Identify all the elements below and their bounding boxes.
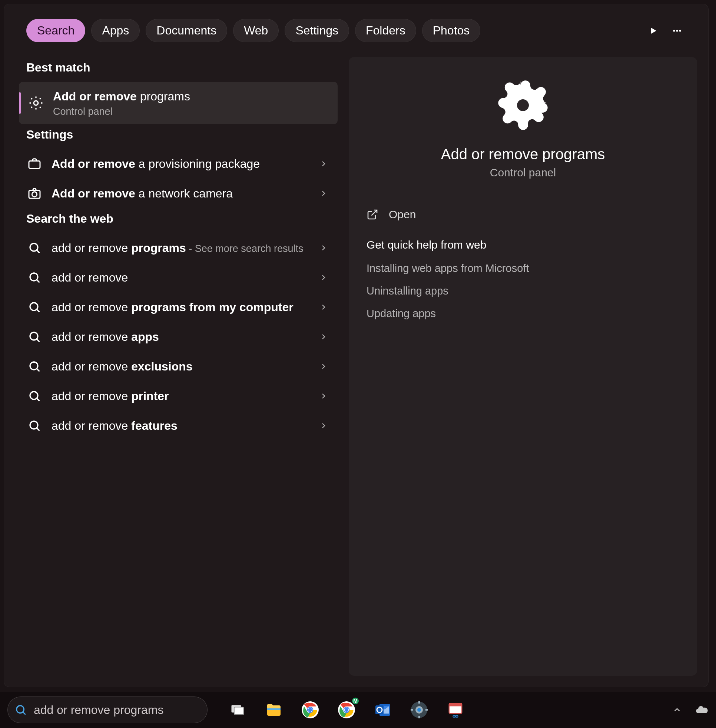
onedrive-icon[interactable]	[695, 703, 708, 717]
search-icon	[26, 299, 42, 315]
filter-tab-folders[interactable]: Folders	[355, 19, 416, 42]
svg-point-0	[673, 30, 675, 32]
snipping-tool-icon[interactable]	[445, 699, 466, 720]
svg-point-11	[30, 362, 38, 370]
chrome-icon[interactable]	[299, 699, 321, 720]
filter-tab-web[interactable]: Web	[233, 19, 279, 42]
chevron-right-icon	[317, 271, 330, 284]
result-title: add or remove	[52, 270, 308, 286]
help-link[interactable]: Updating apps	[364, 302, 682, 325]
play-icon	[649, 26, 658, 35]
web-search-result[interactable]: add or remove apps	[15, 322, 338, 351]
best-match-result[interactable]: Add or remove programs Control panel	[19, 82, 338, 124]
taskbar-search[interactable]	[8, 696, 208, 723]
help-link[interactable]: Uninstalling apps	[364, 280, 682, 302]
detail-pane: Add or remove programs Control panel Ope…	[349, 57, 697, 676]
briefcase-icon	[26, 156, 42, 172]
settings-header: Settings	[15, 124, 338, 149]
svg-rect-4	[29, 161, 40, 169]
chrome-profile-icon[interactable]: M	[336, 699, 357, 720]
result-title: Add or remove a provisioning package	[52, 156, 308, 172]
svg-point-12	[30, 392, 38, 400]
help-link[interactable]: Installing web apps from Microsoft	[364, 257, 682, 280]
chevron-right-icon	[317, 419, 330, 432]
tray-expand-icon[interactable]	[670, 703, 684, 717]
more-button[interactable]	[668, 22, 686, 39]
svg-rect-36	[411, 709, 413, 711]
chevron-right-icon	[317, 330, 330, 344]
web-search-result[interactable]: add or remove features	[15, 411, 338, 440]
file-explorer-icon[interactable]	[263, 699, 285, 720]
chevron-right-icon	[317, 389, 330, 403]
svg-point-33	[417, 708, 421, 712]
filter-tab-photos[interactable]: Photos	[422, 19, 481, 42]
web-search-result[interactable]: add or remove exclusions	[15, 351, 338, 381]
taskbar-pinned-apps: M	[227, 699, 466, 720]
svg-rect-35	[419, 716, 420, 718]
svg-point-41	[456, 715, 458, 717]
settings-app-icon[interactable]	[408, 699, 430, 720]
search-icon	[26, 418, 42, 434]
result-title: add or remove features	[52, 418, 308, 434]
result-title: add or remove exclusions	[52, 359, 308, 375]
svg-point-14	[515, 97, 531, 114]
task-view-icon[interactable]	[227, 699, 248, 720]
outlook-icon[interactable]	[372, 699, 394, 720]
taskbar: M	[0, 692, 716, 728]
svg-point-1	[676, 30, 678, 32]
detail-subtitle: Control panel	[490, 166, 556, 179]
result-title: add or remove apps	[52, 329, 308, 345]
profile-badge: M	[351, 697, 360, 705]
svg-point-15	[17, 706, 24, 713]
search-icon	[14, 704, 27, 716]
web-search-result[interactable]: add or remove printer	[15, 381, 338, 411]
search-web-header: Search the web	[15, 208, 338, 233]
svg-point-8	[30, 273, 38, 281]
taskbar-search-input[interactable]	[34, 703, 197, 717]
result-title: add or remove programs from my computer	[52, 299, 308, 315]
gear-icon	[493, 76, 552, 135]
filter-tab-documents[interactable]: Documents	[146, 19, 227, 42]
system-tray	[670, 703, 708, 717]
svg-rect-37	[425, 709, 428, 711]
history-button[interactable]	[645, 22, 662, 39]
gear-icon	[28, 95, 44, 111]
best-match-subtitle: Control panel	[53, 106, 330, 117]
svg-point-7	[30, 244, 38, 251]
chevron-right-icon	[317, 187, 330, 200]
settings-result[interactable]: Add or remove a provisioning package	[15, 149, 338, 179]
open-action[interactable]: Open	[364, 201, 682, 227]
result-title: add or remove printer	[52, 388, 308, 404]
result-title: add or remove programs - See more search…	[52, 240, 308, 256]
search-icon	[26, 269, 42, 286]
chevron-right-icon	[317, 241, 330, 254]
svg-rect-34	[419, 701, 420, 704]
search-results-panel: SearchAppsDocumentsWebSettingsFoldersPho…	[4, 4, 708, 687]
best-match-header: Best match	[15, 57, 338, 82]
filter-tab-search[interactable]: Search	[26, 19, 85, 42]
chevron-right-icon	[317, 300, 330, 314]
divider	[364, 194, 682, 194]
help-header: Get quick help from web	[364, 227, 682, 257]
web-search-result[interactable]: add or remove programs - See more search…	[15, 233, 338, 263]
svg-point-3	[34, 101, 38, 105]
svg-point-13	[30, 421, 38, 429]
svg-point-26	[345, 708, 348, 712]
svg-point-6	[32, 192, 37, 197]
open-external-icon	[367, 209, 378, 221]
search-icon	[26, 328, 42, 345]
web-search-result[interactable]: add or remove programs from my computer	[15, 292, 338, 322]
chevron-right-icon	[317, 360, 330, 373]
detail-title: Add or remove programs	[441, 146, 605, 163]
filter-tabs-row: SearchAppsDocumentsWebSettingsFoldersPho…	[15, 15, 697, 57]
svg-point-2	[679, 30, 681, 32]
results-left-column: Best match Add or remove programs Contro…	[15, 57, 338, 676]
svg-point-9	[30, 303, 38, 310]
camera-icon	[26, 185, 42, 201]
result-title: Add or remove a network camera	[52, 186, 308, 201]
settings-result[interactable]: Add or remove a network camera	[15, 179, 338, 208]
ellipsis-icon	[672, 26, 682, 36]
filter-tab-apps[interactable]: Apps	[91, 19, 140, 42]
web-search-result[interactable]: add or remove	[15, 263, 338, 292]
filter-tab-settings[interactable]: Settings	[285, 19, 349, 42]
